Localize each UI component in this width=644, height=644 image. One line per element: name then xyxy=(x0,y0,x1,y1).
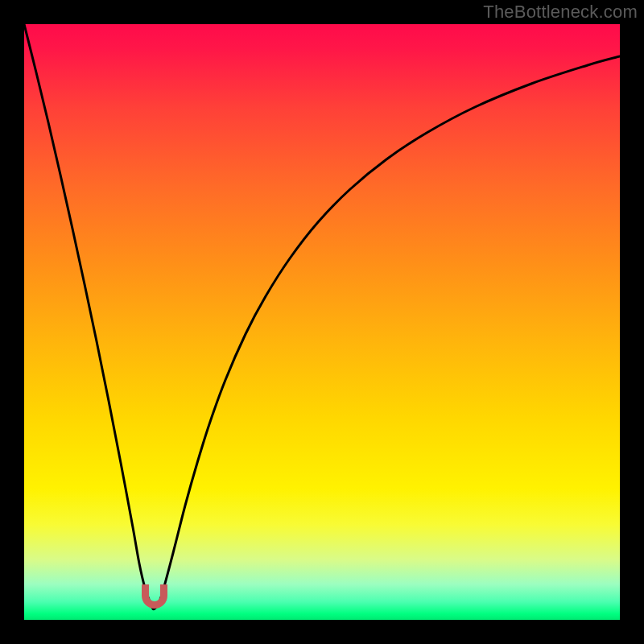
outer-frame: TheBottleneck.com xyxy=(0,0,644,644)
plot-area xyxy=(24,24,620,620)
watermark-text: TheBottleneck.com xyxy=(483,2,638,23)
bottleneck-curve xyxy=(24,24,620,609)
valley-marker-icon xyxy=(142,584,167,609)
bottleneck-curve-svg xyxy=(24,24,620,620)
